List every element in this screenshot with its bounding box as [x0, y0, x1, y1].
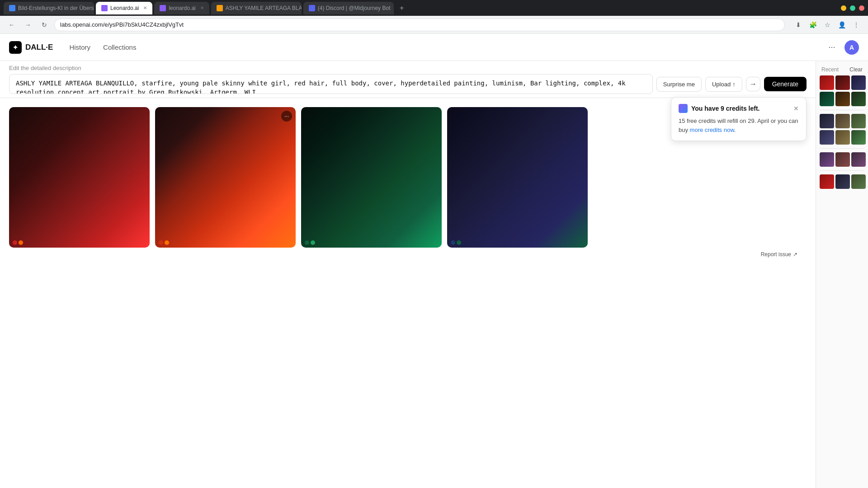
tab-leonardo[interactable]: Leonardo.ai ✕: [96, 2, 152, 14]
download-icon[interactable]: ⬇: [792, 19, 805, 31]
sidebar-grid-row3: [818, 113, 866, 129]
image-card-4[interactable]: [447, 107, 588, 248]
tab-bild[interactable]: Bild-Erstellungs-KI in der Übers... ✕: [4, 2, 94, 14]
sidebar: Recent Clear: [816, 61, 868, 488]
color-dot: [13, 240, 17, 245]
sidebar-thumb[interactable]: [835, 92, 850, 106]
image-card-2[interactable]: ···: [155, 107, 296, 248]
arrow-button[interactable]: →: [746, 77, 760, 91]
settings-icon[interactable]: ⋮: [850, 19, 863, 31]
nav-tab-history[interactable]: History: [64, 41, 96, 54]
maximize-button[interactable]: [850, 5, 855, 11]
generate-button[interactable]: Generate: [764, 77, 807, 91]
browser-toolbar: ← → ↻ labs.openai.com/e/ysPBi7bSkU4CZ4zx…: [0, 16, 868, 34]
sidebar-thumb[interactable]: [851, 174, 866, 189]
reload-button[interactable]: ↻: [38, 19, 51, 31]
report-issue-area: Report issue ↗: [9, 248, 807, 261]
sidebar-thumb[interactable]: [820, 75, 834, 90]
tab-leo2[interactable]: leonardo.ai ✕: [154, 2, 209, 14]
sidebar-thumb[interactable]: [820, 92, 834, 106]
tab-favicon-discord: [309, 5, 315, 11]
window-controls: [841, 5, 864, 11]
sidebar-thumb[interactable]: [835, 75, 850, 90]
minimize-button[interactable]: [841, 5, 846, 11]
color-dot: [159, 240, 163, 245]
browser-chrome: Bild-Erstellungs-KI in der Übers... ✕ Le…: [0, 0, 868, 16]
sidebar-thumb[interactable]: [835, 152, 850, 167]
notification-link[interactable]: more credits now: [690, 127, 734, 133]
color-dot: [457, 240, 461, 245]
image-colors-3: [305, 240, 315, 245]
surprise-me-button[interactable]: Surprise me: [656, 77, 702, 92]
tab-favicon-leo2: [160, 5, 166, 11]
prompt-actions: Surprise me Upload ↑ → Generate: [656, 77, 807, 92]
new-tab-button[interactable]: +: [396, 2, 408, 14]
back-button[interactable]: ←: [5, 19, 18, 31]
sidebar-thumb[interactable]: [835, 174, 850, 189]
color-dot: [311, 240, 315, 245]
sidebar-grid-row1: [818, 75, 866, 91]
tab-label-ashly: ASHLY YAMILE ARTEAGA BLANC...: [226, 5, 302, 11]
sidebar-thumb[interactable]: [851, 114, 866, 128]
tab-favicon-ashly: [217, 5, 223, 11]
images-area: ···: [0, 98, 816, 488]
bookmark-icon[interactable]: ☆: [821, 19, 834, 31]
image-card-1[interactable]: [9, 107, 150, 248]
logo-symbol: ✦: [13, 44, 18, 51]
sidebar-clear-button[interactable]: Clear: [849, 66, 863, 73]
color-dot: [19, 240, 23, 245]
upload-button[interactable]: Upload ↑: [705, 77, 742, 92]
logo-icon: ✦: [9, 41, 22, 54]
color-dot: [451, 240, 455, 245]
notification-body: 15 free credits will refill on 29. April…: [679, 117, 799, 134]
avatar[interactable]: A: [844, 40, 859, 55]
sidebar-thumb[interactable]: [820, 152, 834, 167]
more-menu-button[interactable]: ···: [825, 40, 839, 55]
notification-title: You have 9 credits left.: [691, 105, 790, 112]
credits-notification: You have 9 credits left. ✕ 15 free credi…: [671, 97, 807, 141]
tab-close-leo2[interactable]: ✕: [200, 5, 204, 10]
sidebar-divider: [820, 110, 864, 110]
tab-ashly[interactable]: ASHLY YAMILE ARTEAGA BLANC... ✕: [211, 2, 302, 14]
image-card-3[interactable]: [301, 107, 442, 248]
content-area: Edit the detailed description ASHLY YAMI…: [0, 61, 816, 488]
images-grid: ···: [9, 107, 588, 248]
extensions-icon[interactable]: 🧩: [807, 19, 819, 31]
upload-label: Upload: [712, 81, 731, 88]
sidebar-thumb[interactable]: [851, 130, 866, 145]
image-colors-2: [159, 240, 169, 245]
report-issue-text: Report issue: [761, 251, 791, 258]
address-bar[interactable]: labs.openai.com/e/ysPBi7bSkU4CZ4zxbjlVgT…: [54, 19, 785, 31]
sidebar-thumb[interactable]: [851, 92, 866, 106]
tab-favicon-leonardo: [101, 5, 108, 11]
profile-icon[interactable]: 👤: [835, 19, 848, 31]
forward-button[interactable]: →: [22, 19, 34, 31]
app-header: ✦ DALL·E History Collections ··· A: [0, 34, 868, 61]
header-right: ··· A: [825, 40, 859, 55]
sidebar-divider-3: [820, 170, 864, 171]
nav-tab-collections[interactable]: Collections: [98, 41, 142, 54]
notification-close-button[interactable]: ✕: [793, 105, 799, 112]
tab-discord[interactable]: (4) Discord | @Midjourney Bot ✕: [303, 2, 394, 14]
app: ✦ DALL·E History Collections ··· A Edit …: [0, 34, 868, 488]
sidebar-thumb[interactable]: [820, 130, 834, 145]
notification-body-end: .: [734, 127, 736, 133]
sidebar-grid-row6: [818, 174, 866, 190]
sidebar-thumb[interactable]: [820, 174, 834, 189]
tab-close-leonardo[interactable]: ✕: [143, 5, 147, 10]
prompt-input[interactable]: ASHLY YAMILE ARTEAGA BLANQUILLO, starfir…: [9, 74, 653, 94]
notification-header: You have 9 credits left. ✕: [679, 104, 799, 113]
sidebar-thumb[interactable]: [835, 130, 850, 145]
close-button[interactable]: [859, 5, 864, 11]
image-dots-2[interactable]: ···: [281, 111, 292, 122]
sidebar-thumb[interactable]: [851, 75, 866, 90]
report-issue-link[interactable]: Report issue ↗: [761, 251, 797, 258]
sidebar-thumb[interactable]: [835, 114, 850, 128]
tab-favicon-bild: [9, 5, 15, 11]
toolbar-icons: ⬇ 🧩 ☆ 👤 ⋮: [792, 19, 863, 31]
color-dot: [165, 240, 169, 245]
prompt-label: Edit the detailed description: [9, 65, 807, 71]
sidebar-thumb[interactable]: [820, 114, 834, 128]
sidebar-recent-section: Recent Clear: [818, 65, 866, 190]
sidebar-thumb[interactable]: [851, 152, 866, 167]
